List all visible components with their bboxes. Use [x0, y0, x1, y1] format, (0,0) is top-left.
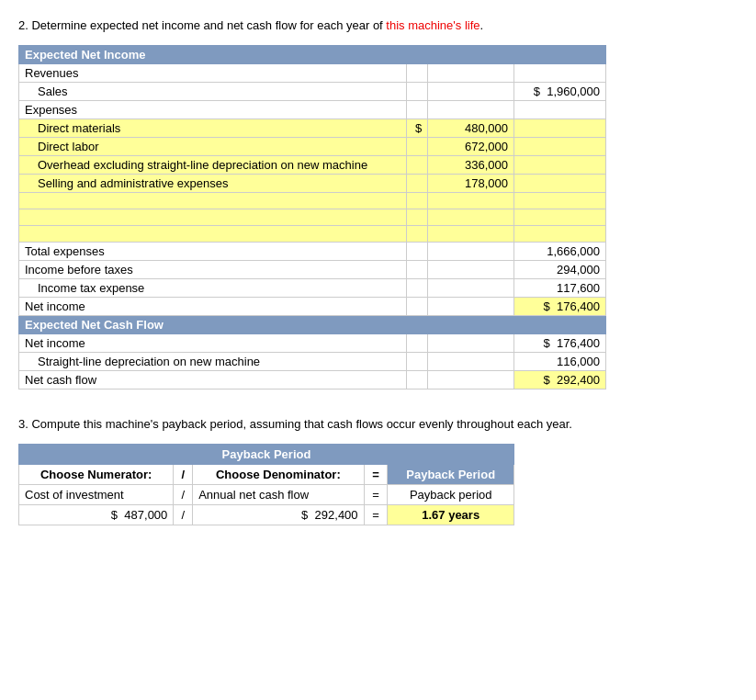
income-tax-label: Income tax expense	[19, 279, 407, 298]
net-income-cf-label: Net income	[19, 334, 407, 353]
direct-materials-dollar: $	[406, 119, 428, 138]
depreciation-value: 116,000	[514, 353, 606, 371]
net-income-value: 176,400	[557, 299, 600, 313]
result-header: Payback Period	[388, 465, 514, 485]
selling-admin-label: Selling and administrative expenses	[19, 175, 407, 193]
expected-net-income-header: Expected Net Income	[19, 46, 606, 64]
annual-cashflow-label: Annual net cash flow	[193, 485, 364, 505]
empty-row-1	[19, 193, 606, 209]
payback-values-row: $ 487,000 / $ 292,400 = 1.67 years	[19, 505, 514, 525]
net-income-table: Expected Net Income Revenues Sales $ 1,9…	[18, 45, 606, 390]
selling-admin-value: 178,000	[428, 175, 514, 193]
denominator-header: Choose Denominator:	[193, 465, 364, 485]
payback-col-headers-row: Choose Numerator: / Choose Denominator: …	[19, 465, 514, 485]
question2-intro: 2. Determine expected net income and net…	[18, 18, 738, 32]
cashflow-header-label: Expected Net Cash Flow	[19, 316, 606, 334]
net-income-label: Net income	[19, 298, 407, 316]
net-income-cf-dollar: $	[544, 336, 550, 350]
net-income-cashflow-row: Net income $ 176,400	[19, 334, 606, 353]
net-cash-flow-value: 292,400	[557, 373, 600, 387]
revenues-label: Revenues	[19, 64, 407, 83]
net-income-row: Net income $ 176,400	[19, 298, 606, 316]
net-cash-flow-dollar: $	[544, 373, 550, 387]
direct-labor-label: Direct labor	[19, 138, 407, 156]
expenses-label: Expenses	[19, 101, 407, 119]
income-tax-value: 117,600	[514, 279, 606, 298]
depreciation-row: Straight-line depreciation on new machin…	[19, 353, 606, 371]
sales-label: Sales	[19, 83, 407, 101]
sales-row: Sales $ 1,960,000	[19, 83, 606, 101]
empty-row-3	[19, 226, 606, 243]
sales-dollar: $	[534, 85, 540, 98]
net-cash-flow-row: Net cash flow $ 292,400	[19, 371, 606, 390]
cashflow-dollar: $	[301, 508, 308, 522]
direct-materials-label: Direct materials	[19, 119, 407, 138]
overhead-value: 336,000	[428, 156, 514, 175]
header-label: Expected Net Income	[19, 46, 606, 64]
payback-labels-row: Cost of investment / Annual net cash flo…	[19, 485, 514, 505]
equals-value: =	[364, 505, 388, 525]
net-income-cf-value: 176,400	[557, 336, 600, 350]
total-expenses-label: Total expenses	[19, 243, 407, 261]
revenues-row: Revenues	[19, 64, 606, 83]
expenses-section-row: Expenses	[19, 101, 606, 119]
overhead-label: Overhead excluding straight-line depreci…	[19, 156, 407, 175]
numerator-header: Choose Numerator:	[19, 465, 174, 485]
total-expenses-value: 1,666,000	[514, 243, 606, 261]
income-before-taxes-label: Income before taxes	[19, 261, 407, 279]
depreciation-label: Straight-line depreciation on new machin…	[19, 353, 407, 371]
direct-materials-row: Direct materials $ 480,000	[19, 119, 606, 138]
income-tax-row: Income tax expense 117,600	[19, 279, 606, 298]
direct-labor-value: 672,000	[428, 138, 514, 156]
expected-net-cashflow-header: Expected Net Cash Flow	[19, 316, 606, 334]
cost-dollar: $	[111, 508, 118, 522]
empty-row-2	[19, 209, 606, 226]
payback-title: Payback Period	[19, 445, 514, 465]
cost-value: 487,000	[124, 508, 167, 522]
question3-intro: 3. Compute this machine's payback period…	[18, 417, 738, 431]
selling-admin-row: Selling and administrative expenses 178,…	[19, 175, 606, 193]
payback-result-value: 1.67 years	[388, 505, 514, 525]
equals-label: =	[364, 485, 388, 505]
net-cash-flow-label: Net cash flow	[19, 371, 407, 390]
slash-label: /	[174, 485, 193, 505]
net-income-dollar: $	[544, 299, 550, 313]
overhead-row: Overhead excluding straight-line depreci…	[19, 156, 606, 175]
slash-value: /	[174, 505, 193, 525]
cost-investment-label: Cost of investment	[19, 485, 174, 505]
sales-value: 1,960,000	[547, 85, 600, 98]
income-before-taxes-value: 294,000	[514, 261, 606, 279]
highlight-text: this machine's life	[386, 18, 480, 32]
slash-header: /	[174, 465, 193, 485]
income-before-taxes-row: Income before taxes 294,000	[19, 261, 606, 279]
direct-materials-value: 480,000	[428, 119, 514, 138]
payback-period-label: Payback period	[388, 485, 514, 505]
total-expenses-row: Total expenses 1,666,000	[19, 243, 606, 261]
direct-labor-row: Direct labor 672,000	[19, 138, 606, 156]
equals-header: =	[364, 465, 388, 485]
payback-title-row: Payback Period	[19, 445, 514, 465]
cashflow-value: 292,400	[315, 508, 358, 522]
payback-period-table: Payback Period Choose Numerator: / Choos…	[18, 444, 514, 525]
